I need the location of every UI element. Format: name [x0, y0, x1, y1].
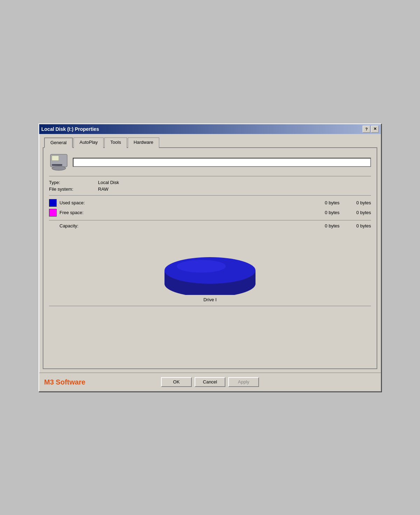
- separator-4: [49, 306, 371, 306]
- capacity-row: Capacity: 0 bytes 0 bytes: [49, 223, 371, 228]
- disk-drive-label: Drive I: [203, 297, 217, 302]
- disk-icon-svg: [49, 154, 69, 171]
- branding: M3 Software: [44, 378, 85, 386]
- close-button[interactable]: ✕: [371, 126, 379, 133]
- separator-3: [49, 220, 371, 220]
- ok-button[interactable]: OK: [161, 377, 192, 387]
- separator-2: [49, 195, 371, 196]
- extra-space: [49, 309, 371, 365]
- tab-autoplay[interactable]: AutoPlay: [74, 137, 104, 148]
- svg-point-7: [177, 260, 226, 273]
- tabs: General AutoPlay Tools Hardware: [43, 137, 377, 148]
- filesystem-label: File system:: [49, 186, 98, 192]
- buttons-bar: OK Cancel Apply: [39, 373, 381, 391]
- title-bar: Local Disk (I:) Properties ? ✕: [39, 124, 381, 134]
- capacity-label: Capacity:: [49, 223, 308, 228]
- filesystem-value: RAW: [98, 186, 371, 192]
- cancel-button[interactable]: Cancel: [195, 377, 225, 387]
- capacity-formatted: 0 bytes: [340, 223, 371, 228]
- branding-text: M3 Software: [44, 378, 85, 386]
- title-bar-controls: ? ✕: [363, 126, 379, 133]
- separator-1: [49, 176, 371, 176]
- drive-name-input[interactable]: [73, 158, 371, 167]
- free-space-row: Free space: 0 bytes 0 bytes: [49, 209, 371, 217]
- used-space-swatch: [49, 199, 57, 207]
- properties-window: Local Disk (I:) Properties ? ✕ General A…: [38, 124, 382, 392]
- space-section: Used space: 0 bytes 0 bytes Free space: …: [49, 199, 371, 217]
- disk-3d-chart: [154, 232, 266, 295]
- svg-point-3: [52, 166, 66, 170]
- brand-software: Software: [56, 378, 85, 386]
- capacity-bytes: 0 bytes: [308, 223, 340, 228]
- tab-tools[interactable]: Tools: [104, 137, 127, 148]
- type-value: Local Disk: [98, 180, 371, 185]
- used-space-bytes: 0 bytes: [308, 200, 340, 205]
- drive-icon: [49, 154, 69, 171]
- used-space-label: Used space:: [59, 200, 308, 205]
- title-bar-text: Local Disk (I:) Properties: [41, 126, 99, 132]
- window-content: General AutoPlay Tools Hardware: [39, 134, 381, 373]
- apply-button[interactable]: Apply: [228, 377, 259, 387]
- free-space-swatch: [49, 209, 57, 217]
- tab-general[interactable]: General: [44, 137, 73, 148]
- general-panel: Type: Local Disk File system: RAW Used s…: [43, 148, 377, 369]
- free-space-label: Free space:: [59, 210, 308, 215]
- type-label: Type:: [49, 180, 98, 185]
- used-space-row: Used space: 0 bytes 0 bytes: [49, 199, 371, 207]
- disk-graphic-area: Drive I: [49, 232, 371, 302]
- svg-rect-2: [52, 164, 62, 166]
- brand-m3: M3: [44, 378, 54, 386]
- window-title: Local Disk (I:) Properties: [41, 126, 99, 132]
- free-space-formatted: 0 bytes: [340, 210, 371, 215]
- drive-row: [49, 154, 371, 171]
- tab-hardware[interactable]: Hardware: [128, 137, 159, 148]
- svg-rect-1: [52, 156, 59, 161]
- used-space-formatted: 0 bytes: [340, 200, 371, 205]
- info-grid: Type: Local Disk File system: RAW: [49, 180, 371, 192]
- help-button[interactable]: ?: [363, 126, 370, 133]
- free-space-bytes: 0 bytes: [308, 210, 340, 215]
